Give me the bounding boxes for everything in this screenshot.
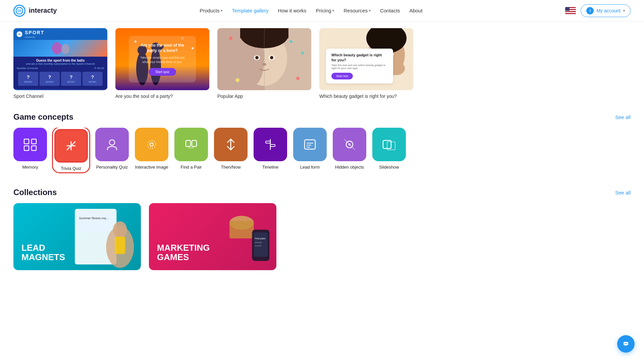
concept-timeline[interactable]: Timeline	[254, 128, 287, 172]
svg-point-53	[109, 140, 115, 145]
concept-interactive-icon	[135, 128, 168, 161]
template-sport[interactable]: SPORT channel Guess the sport from the b…	[13, 28, 107, 99]
concept-find-pair[interactable]: Find a Pair	[174, 128, 208, 172]
nav-template-gallery[interactable]: Template gallery	[232, 8, 268, 13]
concept-hidden-objects[interactable]: Hidden objects	[333, 128, 366, 172]
account-icon: i	[586, 7, 594, 14]
beauty-subtitle: Take this test and see which beauty gadg…	[331, 64, 388, 70]
beauty-title: Which beauty gadget is right for you?	[331, 53, 388, 62]
sport-game-title: Guess the sport from the balls	[17, 59, 104, 62]
main-content: SPORT channel Guess the sport from the b…	[0, 21, 644, 277]
concept-memory-icon	[13, 128, 47, 161]
svg-text:a prize!: a prize!	[255, 244, 262, 247]
svg-point-6	[20, 11, 21, 12]
concept-personality-icon	[95, 128, 129, 161]
svg-point-1	[18, 9, 19, 10]
nav-contacts[interactable]: Contacts	[380, 8, 400, 13]
concept-memory-label: Memory	[22, 165, 38, 170]
lead-magnets-title: LEADMAGNETS	[21, 243, 65, 262]
sport-tile-3[interactable]: ? SPORT	[61, 72, 81, 86]
template-beauty[interactable]: Which beauty gadget is right for you? Ta…	[319, 28, 413, 99]
leadform-svg	[302, 136, 318, 153]
thennow-svg	[223, 136, 239, 153]
sport-tile-q: ?	[27, 74, 30, 80]
concept-then-now[interactable]: Then/Now	[214, 128, 248, 172]
language-flag[interactable]	[565, 7, 576, 14]
trivia-svg	[63, 138, 79, 154]
beauty-start-button[interactable]: Start test	[331, 73, 353, 79]
svg-point-32	[290, 40, 292, 43]
my-account-button[interactable]: i My account ▾	[581, 4, 631, 17]
svg-rect-63	[305, 140, 315, 149]
svg-point-5	[19, 11, 20, 12]
timeline-svg	[262, 136, 278, 153]
party-start-button[interactable]: Start quiz	[149, 68, 176, 76]
collection-lead-magnets[interactable]: LEADMAGNETS Summer fitness ma...	[13, 203, 141, 270]
pricing-chevron-icon: ▾	[332, 9, 334, 12]
nav-how-it-works[interactable]: How it works	[278, 8, 307, 13]
concept-hidden-label: Hidden objects	[335, 165, 364, 170]
svg-point-4	[18, 11, 19, 12]
svg-point-9	[61, 44, 69, 54]
game-concepts-see-all[interactable]: See all	[615, 114, 631, 120]
findpair-svg	[183, 136, 199, 153]
svg-point-55	[148, 140, 156, 148]
sport-mid-image	[47, 42, 74, 55]
concept-personality-label: Personality Quiz	[96, 165, 128, 170]
sport-channel-text: SPORT	[25, 30, 44, 35]
concept-thennow-icon	[214, 128, 248, 161]
sport-moves-label: Number of moves	[17, 67, 38, 70]
marketing-games-image: Find pairs and get a prize!	[200, 203, 276, 270]
template-party[interactable]: Are you the soul of the party or a bore?…	[115, 28, 209, 99]
svg-text:and get: and get	[255, 241, 262, 243]
concept-trivia-icon	[54, 129, 88, 163]
logo-text: interacty	[29, 7, 57, 14]
sport-tile-4[interactable]: ? SPORT	[83, 72, 103, 86]
concept-memory[interactable]: Memory	[13, 128, 47, 172]
svg-rect-56	[186, 140, 191, 146]
personality-svg	[104, 136, 120, 153]
collection-marketing-games[interactable]: MARKETINGGAMES Find pairs and get a priz…	[149, 203, 276, 270]
template-popular[interactable]: Popular App	[217, 28, 311, 99]
party-subtitle: Take our simple quiz and find out what y…	[137, 56, 188, 64]
svg-point-8	[52, 42, 62, 54]
concept-interactive-image[interactable]: Interactive image	[135, 128, 168, 172]
nav-about[interactable]: About	[409, 8, 422, 13]
concept-trivia[interactable]: Trivia Quiz	[53, 128, 89, 172]
concept-lead-form[interactable]: Lead form	[293, 128, 327, 172]
interactive-svg	[144, 136, 160, 153]
slideshow-svg	[381, 136, 397, 153]
svg-point-31	[229, 37, 232, 40]
svg-rect-48	[24, 146, 29, 150]
concept-hidden-icon	[333, 128, 366, 161]
sport-logo-icon	[16, 31, 23, 38]
concept-timeline-icon	[254, 128, 287, 161]
nav-products[interactable]: Products ▾	[200, 8, 222, 13]
concept-timeline-label: Timeline	[262, 165, 279, 170]
concept-personality[interactable]: Personality Quiz	[95, 128, 129, 172]
svg-rect-79	[229, 221, 254, 238]
svg-point-28	[270, 56, 273, 59]
collections-header: Collections See all	[13, 188, 631, 197]
nav-right: i My account ▾	[565, 4, 631, 17]
svg-rect-47	[32, 139, 36, 144]
beauty-info-box: Which beauty gadget is right for you? Ta…	[326, 49, 393, 83]
marketing-games-title: MARKETINGGAMES	[157, 243, 210, 262]
concept-thennow-label: Then/Now	[221, 165, 240, 170]
sport-card-label: Sport Channel	[13, 94, 107, 99]
svg-point-26	[255, 56, 259, 59]
sport-tile-1[interactable]: ? SPORT	[18, 72, 38, 86]
templates-row: SPORT channel Guess the sport from the b…	[13, 21, 631, 102]
svg-point-3	[20, 9, 21, 10]
svg-point-76	[113, 221, 127, 238]
collections-see-all[interactable]: See all	[615, 190, 631, 195]
popular-face-image	[217, 28, 311, 90]
nav-resources[interactable]: Resources ▾	[343, 8, 371, 13]
nav-pricing[interactable]: Pricing ▾	[316, 8, 334, 13]
svg-rect-62	[270, 144, 275, 146]
svg-point-0	[16, 7, 23, 14]
logo[interactable]: interacty	[13, 5, 57, 17]
sport-tile-2[interactable]: ? SPORT	[40, 72, 60, 86]
concept-slideshow-label: Slideshow	[379, 165, 399, 170]
concept-slideshow[interactable]: Slideshow	[372, 128, 406, 172]
